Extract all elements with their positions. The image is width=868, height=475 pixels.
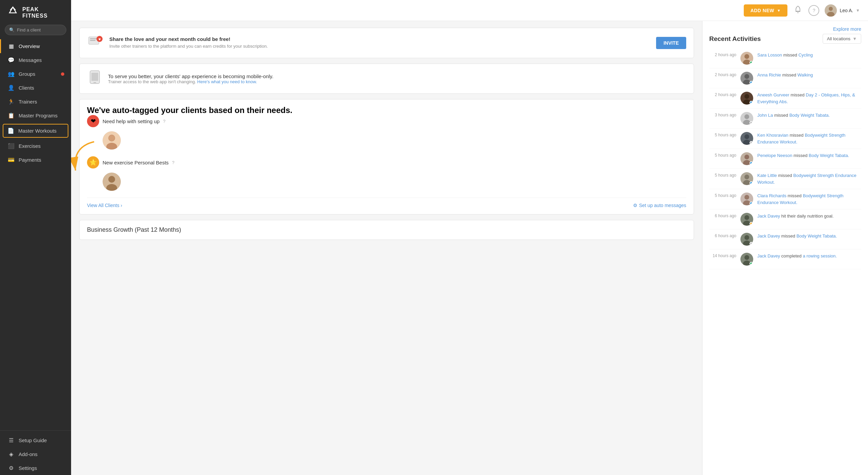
sidebar-item-payments[interactable]: 💳 Payments: [0, 153, 71, 167]
mobile-learn-more-link[interactable]: Here's what you need to know.: [197, 79, 257, 84]
sidebar-item-groups[interactable]: 👥 Groups: [0, 67, 71, 81]
sidebar: PEAK FITNESS 🔍 Find a client ▦ Overview …: [0, 0, 71, 475]
activity-item-8: 5 hours ago Clara Richards missed Bodywe…: [709, 189, 861, 209]
master-workouts-icon: 📄: [7, 128, 14, 134]
activity-name[interactable]: Jack Davey: [757, 233, 780, 239]
view-all-clients-link[interactable]: View All Clients ›: [87, 203, 122, 208]
sidebar-item-settings[interactable]: ⚙ Settings: [0, 461, 71, 475]
right-panel-header-row: Recent Activities All locations ▼: [709, 34, 861, 44]
status-dot: [750, 161, 753, 165]
mobile-content: To serve you better, your clients' app e…: [108, 73, 274, 84]
sidebar-item-exercises[interactable]: ⬛ Exercises: [0, 139, 71, 153]
svg-point-2: [829, 7, 833, 11]
svg-point-48: [744, 235, 749, 240]
messages-icon: 💬: [8, 57, 15, 63]
activity-item-1: 2 hours ago Sara Losson missed Cycling: [709, 48, 861, 68]
business-growth-card: Business Growth (Past 12 Months): [79, 220, 694, 240]
activity-avatar-2: [740, 72, 753, 85]
activity-name[interactable]: John La: [757, 113, 773, 118]
client-avatar-2[interactable]: [103, 173, 121, 191]
sidebar-item-add-ons[interactable]: ◈ Add-ons: [0, 447, 71, 461]
notifications-button[interactable]: [793, 4, 803, 17]
svg-point-36: [744, 155, 749, 159]
activity-name[interactable]: Sara Losson: [757, 52, 782, 58]
nav-label: Master Programs: [19, 113, 58, 118]
activity-link[interactable]: Body Weight Tabata.: [809, 153, 849, 158]
nav-label: Trainers: [19, 99, 37, 105]
groups-icon: 👥: [8, 71, 15, 77]
activity-name[interactable]: Penelope Neeson: [757, 153, 792, 158]
svg-point-45: [744, 215, 749, 220]
user-menu-arrow-icon: ▼: [856, 8, 860, 13]
activity-name[interactable]: Kate Little: [757, 173, 777, 178]
activity-item-6: 5 hours ago Penelope Neeson missed Body …: [709, 149, 861, 169]
sidebar-item-master-workouts[interactable]: 📄 Master Workouts: [3, 124, 68, 138]
activity-item-4: 3 hours ago John La missed Body Weight T…: [709, 109, 861, 129]
status-dot: [750, 242, 753, 245]
setup-auto-messages-link[interactable]: ⚙ Set up auto messages: [633, 203, 686, 208]
user-avatar: [825, 4, 837, 17]
activity-link[interactable]: Body Weight Tabata.: [797, 233, 837, 239]
activity-link[interactable]: a rowing session.: [803, 253, 837, 258]
svg-text:♥: ♥: [98, 37, 101, 42]
location-filter[interactable]: All locations ▼: [823, 34, 861, 44]
overview-icon: ▦: [8, 43, 15, 49]
activity-item-10: 6 hours ago Jack Davey missed Body Weigh…: [709, 229, 861, 249]
activity-name[interactable]: Jack Davey: [757, 213, 780, 219]
tag-section-bests: ⭐ New exercise Personal Bests ?: [87, 156, 686, 191]
svg-point-0: [798, 12, 799, 13]
mobile-banner-card: To serve you better, your clients' app e…: [79, 64, 694, 94]
client-avatars-setup: [87, 131, 686, 150]
help-button[interactable]: ?: [808, 5, 819, 16]
activity-name[interactable]: Anna Richie: [757, 72, 781, 77]
payments-icon: 💳: [8, 157, 15, 163]
sidebar-item-setup-guide[interactable]: ☰ Setup Guide: [0, 433, 71, 447]
settings-icon: ⚙: [8, 465, 15, 471]
search-bar[interactable]: 🔍 Find a client: [5, 25, 66, 35]
main-panel: ♥ Share the love and your next month cou…: [71, 21, 702, 475]
tag-header-bests: ⭐ New exercise Personal Bests ?: [87, 156, 686, 168]
recent-activities-title: Recent Activities: [709, 35, 761, 43]
invite-button[interactable]: INVITE: [656, 37, 686, 49]
user-menu[interactable]: Leo A. ▼: [825, 4, 860, 17]
nav-label: Settings: [19, 465, 37, 471]
activity-name[interactable]: Jack Davey: [757, 253, 780, 258]
sidebar-item-master-programs[interactable]: 📋 Master Programs: [0, 109, 71, 122]
activity-link[interactable]: Body Weight Tabata.: [789, 113, 830, 118]
promo-title: Share the love and your next month could…: [109, 36, 651, 42]
logo-icon: [7, 6, 19, 19]
tag-header-setup: ❤ Need help with setting up ?: [87, 115, 686, 127]
svg-point-51: [744, 255, 749, 260]
nav-label: Clients: [19, 85, 34, 91]
add-new-button[interactable]: ADD NEW ▼: [744, 4, 788, 17]
svg-point-39: [744, 175, 749, 179]
explore-more-link[interactable]: Explore more: [833, 26, 861, 32]
status-dot: [750, 181, 753, 185]
activity-name[interactable]: Ken Khosravian: [757, 133, 788, 138]
activity-avatar-8: [740, 193, 753, 205]
activity-avatar-5: [740, 132, 753, 145]
nav-label: Groups: [19, 71, 35, 77]
client-avatar-1[interactable]: [103, 131, 121, 150]
status-dot: [750, 222, 753, 225]
sidebar-item-overview[interactable]: ▦ Overview: [0, 39, 71, 53]
add-ons-icon: ◈: [8, 451, 15, 457]
activity-avatar-3: [740, 92, 753, 105]
location-filter-arrow: ▼: [852, 36, 857, 41]
mobile-description: Trainer access to the web app isn't chan…: [108, 79, 274, 84]
help-icon-bests[interactable]: ?: [172, 160, 174, 165]
sidebar-item-messages[interactable]: 💬 Messages: [0, 53, 71, 67]
activity-name[interactable]: Clara Richards: [757, 193, 786, 198]
svg-rect-11: [93, 82, 96, 83]
sidebar-item-clients[interactable]: 👤 Clients: [0, 81, 71, 95]
master-programs-icon: 📋: [8, 112, 15, 119]
activity-link[interactable]: Walking: [798, 72, 813, 77]
activity-name[interactable]: Aneesh Gurveer: [757, 92, 789, 97]
sidebar-item-trainers[interactable]: 🏃 Trainers: [0, 95, 71, 109]
business-growth-title: Business Growth (Past 12 Months): [87, 226, 686, 233]
clients-icon: 👤: [8, 85, 15, 91]
activity-link[interactable]: Cycling: [798, 52, 813, 58]
user-name: Leo A.: [840, 8, 853, 13]
help-icon-setup[interactable]: ?: [163, 119, 165, 124]
activity-item-9: 6 hours ago Jack Davey hit their daily n…: [709, 209, 861, 229]
